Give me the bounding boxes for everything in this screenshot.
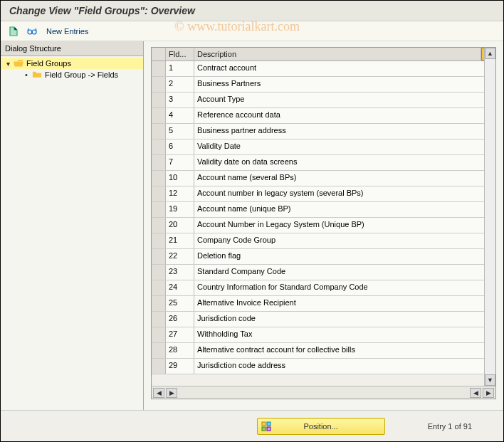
- column-header-description[interactable]: Description: [194, 48, 481, 60]
- cell-fld[interactable]: 10: [166, 171, 194, 186]
- table-row: 25Alternative Invoice Recipient: [152, 296, 495, 312]
- cell-fld[interactable]: 28: [166, 343, 194, 358]
- svg-rect-7: [267, 422, 271, 426]
- row-selector[interactable]: [152, 249, 166, 264]
- cell-fld[interactable]: 2: [166, 77, 194, 92]
- vertical-scrollbar[interactable]: ▲ ▼: [484, 48, 495, 386]
- row-selector[interactable]: [152, 93, 166, 107]
- cell-fld[interactable]: 24: [166, 280, 194, 295]
- scroll-left-icon[interactable]: ◀: [470, 388, 481, 398]
- column-header-fld[interactable]: Fld...: [166, 48, 194, 60]
- row-selector[interactable]: [152, 280, 166, 295]
- table-row: 10Account name (several BPs): [152, 171, 495, 186]
- cell-description[interactable]: Account number in legacy system (several…: [194, 186, 495, 201]
- row-selector[interactable]: [152, 61, 166, 76]
- table-row: 23Standard Company Code: [152, 265, 495, 280]
- cell-description[interactable]: Jurisdiction code: [194, 312, 495, 327]
- cell-description[interactable]: Alternative Invoice Recipient: [194, 296, 495, 311]
- main-area: Dialog Structure ▾ Field Groups • Field …: [1, 41, 503, 411]
- row-selector[interactable]: [152, 186, 166, 201]
- cell-description[interactable]: Account Type: [194, 93, 495, 107]
- scroll-right-icon[interactable]: ▶: [483, 388, 494, 398]
- table-row: 22Deletion flag: [152, 249, 495, 265]
- row-selector[interactable]: [152, 124, 166, 139]
- cell-fld[interactable]: 22: [166, 249, 194, 264]
- cell-description[interactable]: Business partner address: [194, 124, 495, 139]
- cell-fld[interactable]: 25: [166, 296, 194, 311]
- row-selector[interactable]: [152, 265, 166, 280]
- cell-fld[interactable]: 7: [166, 155, 194, 170]
- cell-description[interactable]: Reference account data: [194, 108, 495, 123]
- horizontal-scrollbar[interactable]: ◀ ▶ ◀ ▶: [152, 386, 495, 399]
- row-selector[interactable]: [152, 77, 166, 92]
- scroll-up-icon[interactable]: ▲: [485, 48, 495, 59]
- row-selector[interactable]: [152, 108, 166, 123]
- cell-description[interactable]: Country Information for Standard Company…: [194, 280, 495, 295]
- cell-description[interactable]: Account name (several BPs): [194, 171, 495, 186]
- tree-node-field-group-fields[interactable]: • Field Group -> Fields: [1, 69, 143, 80]
- cell-fld[interactable]: 29: [166, 359, 194, 374]
- glasses-icon[interactable]: [25, 25, 39, 38]
- svg-rect-6: [262, 422, 266, 426]
- cell-fld[interactable]: 21: [166, 233, 194, 248]
- cell-fld[interactable]: 27: [166, 327, 194, 342]
- table-row: 20Account Number in Legacy System (Uniqu…: [152, 218, 495, 233]
- position-button[interactable]: Position...: [257, 418, 385, 435]
- table-row: 2Business Partners: [152, 77, 495, 93]
- tree-node-field-groups[interactable]: ▾ Field Groups: [1, 58, 143, 69]
- scroll-left-icon[interactable]: ◀: [153, 388, 164, 398]
- folder-closed-icon: [32, 70, 42, 79]
- scroll-track[interactable]: [485, 59, 495, 374]
- cell-description[interactable]: Business Partners: [194, 77, 495, 92]
- row-selector[interactable]: [152, 296, 166, 311]
- row-selector[interactable]: [152, 233, 166, 248]
- row-selector[interactable]: [152, 171, 166, 186]
- new-entries-button[interactable]: New Entries: [43, 27, 91, 36]
- cell-fld[interactable]: 3: [166, 93, 194, 107]
- row-selector[interactable]: [152, 155, 166, 170]
- tree-label: Field Groups: [26, 59, 71, 68]
- row-selector[interactable]: [152, 218, 166, 233]
- cell-fld[interactable]: 1: [166, 61, 194, 76]
- other-view-icon[interactable]: [6, 25, 21, 38]
- cell-description[interactable]: Jurisdiction code address: [194, 359, 495, 374]
- bullet-icon: •: [22, 70, 31, 79]
- cell-description[interactable]: Deletion flag: [194, 249, 495, 264]
- cell-description[interactable]: Account Number in Legacy System (Unique …: [194, 218, 495, 233]
- svg-rect-8: [262, 427, 266, 431]
- collapse-icon[interactable]: ▾: [4, 59, 12, 68]
- row-selector[interactable]: [152, 312, 166, 327]
- row-selector[interactable]: [152, 327, 166, 342]
- select-all-header[interactable]: [152, 48, 166, 60]
- cell-description[interactable]: Standard Company Code: [194, 265, 495, 280]
- row-selector[interactable]: [152, 140, 166, 154]
- cell-description[interactable]: Contract account: [194, 61, 495, 76]
- cell-fld[interactable]: 4: [166, 108, 194, 123]
- table-row: 4Reference account data: [152, 108, 495, 124]
- cell-fld[interactable]: 20: [166, 218, 194, 233]
- toolbar: New Entries: [1, 21, 503, 41]
- cell-description[interactable]: Account name (unique BP): [194, 202, 495, 217]
- svg-point-0: [28, 30, 32, 34]
- cell-description[interactable]: Alternative contract account for collect…: [194, 343, 495, 358]
- row-selector[interactable]: [152, 359, 166, 374]
- table-row: 28Alternative contract account for colle…: [152, 343, 495, 359]
- cell-fld[interactable]: 26: [166, 312, 194, 327]
- table-row: 5Business partner address: [152, 124, 495, 140]
- cell-description[interactable]: Withholding Tax: [194, 327, 495, 342]
- cell-description[interactable]: Validity date on data screens: [194, 155, 495, 170]
- cell-fld[interactable]: 5: [166, 124, 194, 139]
- cell-fld[interactable]: 23: [166, 265, 194, 280]
- cell-fld[interactable]: 6: [166, 140, 194, 154]
- sidebar-header: Dialog Structure: [1, 41, 143, 56]
- cell-fld[interactable]: 12: [166, 186, 194, 201]
- scroll-right-icon[interactable]: ▶: [166, 388, 177, 398]
- cell-fld[interactable]: 19: [166, 202, 194, 217]
- cell-description[interactable]: Company Code Group: [194, 233, 495, 248]
- scroll-down-icon[interactable]: ▼: [485, 374, 495, 386]
- svg-rect-9: [267, 427, 271, 431]
- footer-bar: Position... Entry 1 of 91: [1, 410, 503, 441]
- cell-description[interactable]: Validity Date: [194, 140, 495, 154]
- row-selector[interactable]: [152, 343, 166, 358]
- row-selector[interactable]: [152, 202, 166, 217]
